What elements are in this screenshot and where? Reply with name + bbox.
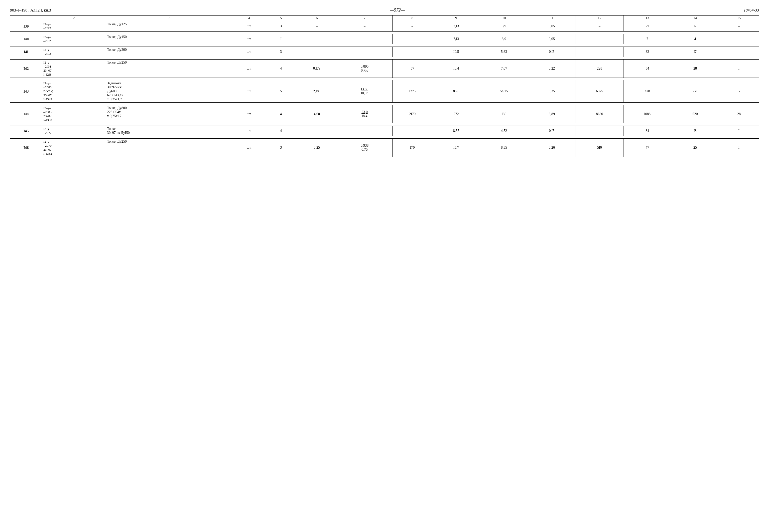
col-header-3: 3 [106,16,233,21]
header-center: —572— [390,8,405,13]
col-header-5: 5 [265,16,297,21]
col-header-12: 12 [575,16,624,21]
col-header-1: 1 [10,16,42,21]
header-left: 903–I–198 . Ал.I2.I, кн.3 [10,8,51,13]
col-header-9: 9 [432,16,480,21]
table-row: I45I2–у––2077То же,30с97нж ДуI50шт.4–––8… [10,126,759,136]
col-header-10: 10 [480,16,528,21]
spacer-row [10,32,759,34]
col-header-11: 11 [528,16,575,21]
spacer-row [10,44,759,47]
table-row: I40I2–у––2I92То же, Ду150шт.I–––7,I33,90… [10,34,759,44]
page-header: 903–I–198 . Ал.I2.I, кн.3 —572— 18454-33 [10,8,759,13]
column-header-row: 1 2 3 4 5 6 7 8 9 10 11 12 13 14 15 [10,16,759,21]
main-table: 1 2 3 4 5 6 7 8 9 10 11 12 13 14 15 I39I… [10,15,759,157]
col-header-7: 7 [337,16,393,21]
col-header-14: 14 [671,16,719,21]
table-row: I39I2–у––2I92То же, Ду125шт.3–––7,I33,90… [10,21,759,32]
table-row: I44I2–у––208523–07I–I350То же, Ду800228+… [10,105,759,123]
table-row: I42I2–у––2I9423–07I–I2I8То же, Ду250шт.4… [10,60,759,78]
col-header-13: 13 [624,16,671,21]
table-row: I43I2–у––2083В.У.2в)23–07I–I349Задвижка3… [10,80,759,103]
spacer-row [10,78,759,80]
table-row: I46I2–у––207923–07I–I382То же, Ду250шт.3… [10,139,759,157]
col-header-15: 15 [719,16,759,21]
header-right: 18454-33 [744,8,759,13]
table-row: I4II2–у––2I93То же, Ду200шт.3–––I0,55,63… [10,47,759,57]
spacer-row [10,57,759,60]
spacer-row [10,136,759,139]
col-header-6: 6 [297,16,337,21]
col-header-8: 8 [393,16,432,21]
spacer-row [10,123,759,126]
col-header-4: 4 [233,16,265,21]
spacer-row [10,103,759,105]
col-header-2: 2 [42,16,106,21]
